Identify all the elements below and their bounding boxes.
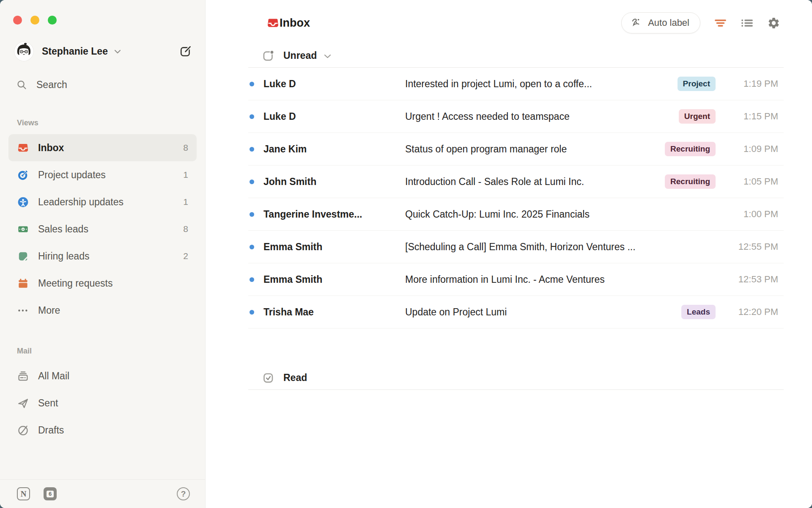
- email-subject: Status of open program manager role: [405, 144, 665, 155]
- read-checkbox-icon: [262, 372, 274, 384]
- window-controls: [0, 0, 205, 25]
- unread-count-badge: 1: [183, 170, 188, 180]
- email-label-badge: Recruiting: [665, 142, 716, 156]
- views-section-label: Views: [17, 119, 205, 127]
- search-label: Search: [36, 79, 67, 91]
- email-subject: Interested in project Lumi, open to a co…: [405, 78, 678, 90]
- money-bill-icon: [17, 223, 29, 235]
- email-time: 1:15 PM: [727, 111, 778, 122]
- unread-dot: [250, 310, 254, 315]
- sidebar-item-drafts[interactable]: Drafts: [8, 417, 197, 444]
- sidebar-item-label: More: [38, 305, 60, 316]
- close-button[interactable]: [13, 16, 22, 25]
- email-time: 1:19 PM: [727, 78, 778, 89]
- email-row[interactable]: Luke D Urgent ! Access needed to teamspa…: [248, 100, 784, 133]
- unread-dot: [250, 245, 254, 249]
- auto-label-button[interactable]: Auto label: [621, 12, 700, 33]
- zoom-button[interactable]: [48, 16, 57, 25]
- chevron-down-icon: [324, 54, 331, 58]
- settings-button[interactable]: [767, 17, 780, 30]
- email-label-badge: Leads: [681, 305, 716, 319]
- unread-dot: [250, 147, 254, 152]
- unread-dot: [250, 277, 254, 282]
- mail-nav: All Mail Sent Drafts: [8, 362, 197, 444]
- sidebar-item-label: Project updates: [38, 169, 106, 181]
- sidebar-item-inbox[interactable]: Inbox 8: [8, 134, 197, 161]
- email-time: 12:55 PM: [727, 241, 778, 252]
- email-time: 12:53 PM: [727, 274, 778, 285]
- email-sender: Tangerine Investme...: [263, 209, 405, 220]
- help-button[interactable]: ?: [177, 487, 190, 500]
- sidebar-item-hiring-leads[interactable]: Hiring leads 2: [8, 243, 197, 270]
- email-sender: Luke D: [263, 78, 405, 90]
- sidebar-item-meeting-requests[interactable]: Meeting requests: [8, 270, 197, 297]
- inbox-tray-icon: [17, 142, 29, 154]
- unread-count-badge: 1: [183, 197, 188, 207]
- unread-count-badge: 8: [183, 143, 188, 153]
- list-view-button[interactable]: [741, 17, 754, 29]
- email-row[interactable]: Emma Smith [Scheduling a Call] Emma Smit…: [248, 231, 784, 263]
- person-circle-icon: [17, 196, 29, 208]
- list-view-icon: [741, 17, 754, 29]
- target-icon: [17, 169, 29, 181]
- search-button[interactable]: Search: [16, 79, 192, 91]
- email-row[interactable]: Trisha Mae Update on Project Lumi Leads …: [248, 296, 784, 329]
- unread-dot: [250, 179, 254, 184]
- email-row[interactable]: Luke D Interested in project Lumi, open …: [248, 68, 784, 100]
- email-row[interactable]: Emma Smith More information in Lumi Inc.…: [248, 263, 784, 296]
- mail-stack-icon: [17, 370, 29, 382]
- sidebar-item-project-updates[interactable]: Project updates 1: [8, 161, 197, 188]
- sidebar-item-label: Sent: [38, 398, 58, 409]
- email-time: 1:00 PM: [727, 209, 778, 220]
- search-icon: [16, 79, 27, 91]
- unread-icon: [262, 50, 274, 62]
- email-time: 1:05 PM: [727, 176, 778, 187]
- unread-count-badge: 8: [183, 224, 188, 234]
- sidebar-item-leadership-updates[interactable]: Leadership updates 1: [8, 188, 197, 215]
- unread-section-header[interactable]: Unread: [248, 44, 784, 68]
- read-section-title: Read: [283, 372, 307, 384]
- gear-icon: [767, 17, 780, 30]
- email-sender: Jane Kim: [263, 144, 405, 155]
- ellipsis-icon: [17, 304, 29, 317]
- app-window: Stephanie Lee Search Views: [0, 0, 812, 508]
- auto-label-wand-icon: [631, 17, 642, 29]
- email-list: Luke D Interested in project Lumi, open …: [248, 68, 784, 329]
- email-subject: More information in Lumi Inc. - Acme Ven…: [405, 274, 727, 285]
- sidebar-item-more[interactable]: More: [8, 297, 197, 324]
- sidebar-item-label: Leadership updates: [38, 196, 123, 208]
- unread-dot: [250, 114, 254, 119]
- sidebar-item-all-mail[interactable]: All Mail: [8, 362, 197, 389]
- folded-note-icon: [17, 250, 29, 262]
- email-sender: John Smith: [263, 176, 405, 188]
- main-content: Inbox Auto label: [206, 0, 812, 508]
- notion-logo-icon[interactable]: N: [17, 487, 30, 500]
- sidebar-item-label: All Mail: [38, 370, 69, 382]
- filter-button[interactable]: [714, 17, 727, 29]
- sidebar-item-sent[interactable]: Sent: [8, 389, 197, 417]
- profile-switcher[interactable]: Stephanie Lee: [14, 41, 192, 61]
- sidebar-item-sales-leads[interactable]: Sales leads 8: [8, 215, 197, 243]
- calendar-app-icon[interactable]: 6: [44, 487, 57, 500]
- email-sender: Trisha Mae: [263, 306, 405, 318]
- email-label-badge: Project: [678, 77, 716, 91]
- email-row[interactable]: Tangerine Investme... Quick Catch-Up: Lu…: [248, 198, 784, 231]
- sidebar-item-label: Meeting requests: [38, 278, 112, 289]
- page-title: Inbox: [280, 17, 310, 30]
- minimize-button[interactable]: [30, 16, 39, 25]
- email-subject: Urgent ! Access needed to teamspace: [405, 111, 679, 122]
- calendar-icon: [17, 277, 29, 290]
- email-row[interactable]: Jane Kim Status of open program manager …: [248, 133, 784, 166]
- unread-count-badge: 2: [183, 251, 188, 261]
- email-label-badge: Recruiting: [665, 174, 716, 189]
- email-row[interactable]: John Smith Introduction Call - Sales Rol…: [248, 166, 784, 198]
- compose-button[interactable]: [179, 45, 192, 58]
- sidebar-footer: N 6 ?: [0, 479, 205, 508]
- inbox-icon: [266, 17, 280, 30]
- email-subject: [Scheduling a Call] Emma Smith, Horizon …: [405, 241, 727, 253]
- email-sender: Emma Smith: [263, 274, 405, 285]
- read-section-header[interactable]: Read: [248, 366, 784, 390]
- paper-plane-icon: [17, 397, 29, 409]
- email-sender: Emma Smith: [263, 241, 405, 253]
- email-list-area: Unread Luke D Interested in project Lumi…: [248, 44, 784, 390]
